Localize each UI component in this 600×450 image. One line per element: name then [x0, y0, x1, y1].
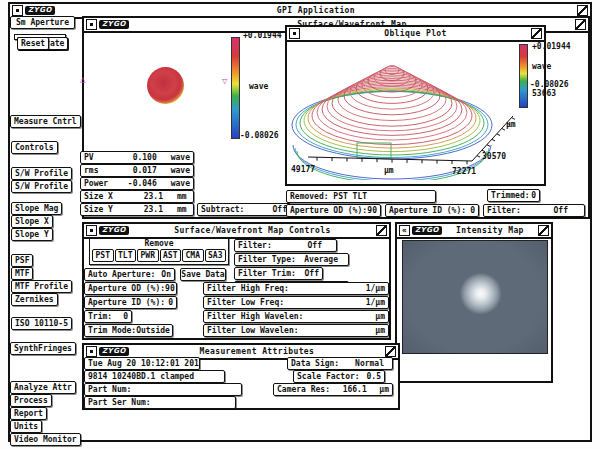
measure-cntrl-button[interactable]: Measure Cntrl [10, 115, 81, 128]
resize-corner-icon[interactable] [575, 19, 586, 30]
oblique-y-right-tick: 30570 [482, 152, 506, 161]
app-title: GPI Application [55, 6, 577, 15]
remove-pst-button[interactable]: PST [92, 249, 114, 262]
resize-corner-icon[interactable] [385, 346, 396, 357]
field-label: Filter Low Freq: [207, 297, 284, 308]
field-label: Aperture OD (%): [290, 205, 367, 216]
field-label: Part Ser Num: [88, 397, 151, 408]
field-value: 0 [123, 311, 128, 322]
slope-mag-button[interactable]: Slope Mag [11, 202, 62, 215]
oblique-colorbar-units: wave [532, 62, 551, 71]
screen: ZYGO GPI Application Sm Aperture MEASURE… [0, 0, 600, 450]
field-value: 0 [531, 190, 536, 201]
subtract-field[interactable]: Subtract: Off [197, 203, 291, 216]
filter-trim-field[interactable]: Filter Trim: Off [234, 267, 323, 280]
remove-pwr-button[interactable]: PWR [137, 249, 159, 262]
synthfringes-button[interactable]: SynthFringes [10, 342, 76, 355]
result-value: 23.1 [121, 204, 163, 215]
sm-aperture-button[interactable]: Sm Aperture [10, 16, 75, 29]
resize-corner-icon[interactable] [376, 225, 387, 236]
timestamp-field: Tue Aug 20 10:12:01 2013 [84, 357, 200, 370]
mtf-profile-button[interactable]: MTF Profile [11, 280, 72, 293]
field-label: Scale Factor: [297, 371, 360, 382]
window-menu-icon[interactable] [86, 225, 97, 236]
remove-cma-button[interactable]: CMA [182, 249, 204, 262]
result-units: wave [171, 178, 190, 189]
zernikes-button[interactable]: Zernikes [11, 293, 58, 306]
filter-low-wavelen-field[interactable]: Filter Low Wavelen: µm [203, 324, 389, 337]
trim-mode-field[interactable]: Trim Mode: Outside [84, 324, 173, 337]
window-menu-icon[interactable] [12, 5, 23, 16]
controls-titlebar: ZYGO Surface/Wavefront Map Controls [84, 224, 389, 239]
field-value: Average [304, 254, 338, 265]
auto-aperture-field[interactable]: Auto Aperture: On [84, 268, 175, 281]
window-menu-icon[interactable] [86, 19, 97, 30]
sw-profile-button-2[interactable]: S/W Profile [11, 180, 72, 193]
oblique-colorbar-max: +0.01944 [532, 42, 571, 51]
collapse-icon[interactable]: « [399, 225, 410, 236]
sw-profile-button-1[interactable]: S/W Profile [11, 167, 72, 180]
video-monitor-button[interactable]: Video Monitor [10, 433, 81, 446]
aperture-id-field[interactable]: Aperture ID (%): 0 [84, 296, 177, 309]
filter-low-freq-field[interactable]: Filter Low Freq: 1/µm [203, 296, 389, 309]
slope-y-button[interactable]: Slope Y [11, 228, 53, 241]
left-marker-icon[interactable]: △ [80, 75, 85, 84]
resize-corner-icon[interactable] [531, 28, 542, 39]
controls-button[interactable]: Controls [11, 141, 58, 154]
report-button[interactable]: Report [10, 407, 47, 420]
oblique-colorbar-min: -0.08026 [530, 80, 569, 89]
analyze-attr-button[interactable]: Analyze Attr [10, 381, 76, 394]
field-label: Trim: [88, 311, 112, 322]
window-menu-icon[interactable] [86, 346, 97, 357]
slope-x-button[interactable]: Slope X [11, 215, 53, 228]
units-button[interactable]: Units [10, 420, 42, 433]
camera-res-field: Camera Res: 166.1 µm [273, 383, 393, 396]
data-sign-field[interactable]: Data Sign: Normal [287, 357, 393, 370]
attrs-title: Measurement Attributes [129, 347, 385, 356]
collapse-glyph: « [402, 227, 407, 235]
resize-corner-icon[interactable] [538, 225, 549, 236]
process-button[interactable]: Process [10, 394, 52, 407]
colorbar-marker-icon[interactable]: ▽ [222, 77, 227, 86]
filter-type-field[interactable]: Filter Type: Average [234, 253, 349, 266]
field-label: Filter High Freq: [207, 283, 289, 294]
field-value: Off [308, 240, 322, 251]
result-value: 0.100 [118, 152, 157, 163]
reset-button[interactable]: Reset [17, 37, 49, 50]
filter-field[interactable]: Filter: Off [234, 239, 337, 252]
psf-button[interactable]: PSF [11, 254, 33, 267]
map-aperture-od-field[interactable]: Aperture OD (%): 90 [286, 204, 381, 217]
aperture-od-field[interactable]: Aperture OD (%): 90 [84, 282, 177, 295]
zygo-logo: ZYGO [412, 226, 442, 235]
remove-group-label: Remove [90, 239, 228, 249]
filter-high-freq-field[interactable]: Filter High Freq: 1/µm [203, 282, 389, 295]
field-label: Filter: [238, 240, 272, 251]
remove-sa3-button[interactable]: SA3 [205, 249, 227, 262]
oblique-y-axis-units: µm [506, 120, 516, 129]
result-units: wave [171, 152, 190, 163]
result-label: Size Y [84, 204, 121, 215]
result-label: PV [84, 152, 118, 163]
scale-factor-field[interactable]: Scale Factor: 0.5 [293, 370, 385, 383]
filter-high-wavelen-field[interactable]: Filter High Wavelen: µm [203, 310, 389, 323]
iso-10110-5-button[interactable]: ISO 10110-5 [11, 317, 72, 330]
result-value: 23.1 [121, 191, 163, 202]
field-value: 9814 10240BD.1 clamped [88, 371, 194, 382]
result-units: wave [171, 165, 190, 176]
zygo-logo: ZYGO [25, 6, 55, 15]
remove-ast-button[interactable]: AST [160, 249, 182, 262]
measure-group: MEASURE Analyze Mask Data Save Data Load… [14, 34, 66, 40]
mtf-button[interactable]: MTF [11, 267, 33, 280]
result-power: Power -0.046 wave [80, 177, 194, 190]
intensity-map-image [402, 240, 548, 354]
trim-field[interactable]: Trim: 0 [84, 310, 132, 323]
map-filter-field[interactable]: Filter: Off [483, 204, 585, 217]
map-aperture-id-field[interactable]: Aperture ID (%): 0 [385, 204, 479, 217]
remove-tlt-button[interactable]: TLT [115, 249, 137, 262]
save-data-button-controls[interactable]: Save Data [180, 268, 226, 281]
part-num-field[interactable]: Part Num: [84, 383, 242, 396]
sidebar-slopes: Slope Mag Slope X Slope Y [11, 202, 62, 243]
part-ser-num-field[interactable]: Part Ser Num: [84, 396, 236, 409]
resize-corner-icon[interactable] [577, 5, 588, 16]
window-menu-icon[interactable] [289, 28, 300, 39]
